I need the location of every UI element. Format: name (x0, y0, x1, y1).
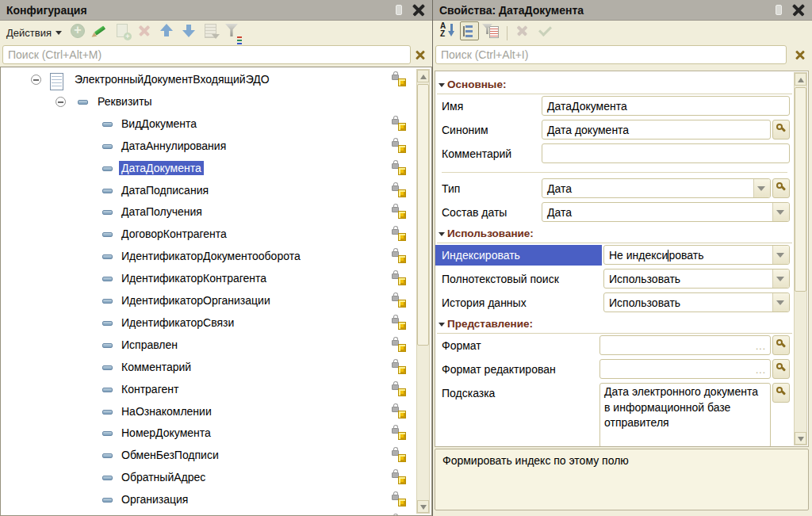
field-input-format[interactable]: ... (599, 335, 771, 355)
property-label-format[interactable]: Формат (442, 339, 597, 352)
magnifier-icon[interactable] (772, 335, 790, 355)
move-up-button[interactable] (157, 21, 176, 40)
tree-item[interactable] (1, 511, 415, 516)
scroll-down-icon[interactable] (417, 500, 429, 513)
scrollbar-thumb[interactable] (795, 87, 806, 292)
document-icon (50, 73, 63, 90)
magnifier-icon[interactable] (772, 120, 790, 140)
property-label-type[interactable]: Тип (442, 182, 540, 195)
field-input-indexing[interactable]: Не индексировать (603, 245, 790, 265)
field-input-comment[interactable] (542, 143, 790, 163)
tree-item[interactable]: НаОзнакомлении (1, 401, 415, 423)
delete-button[interactable] (135, 21, 154, 40)
dropdown-arrow-icon[interactable] (772, 203, 789, 221)
tree-item[interactable]: Исправлен (1, 334, 415, 357)
scroll-down-icon[interactable] (795, 432, 806, 445)
dash-icon (102, 299, 113, 304)
tree-item-label: Организация (121, 493, 188, 506)
filter-properties-button[interactable] (482, 21, 501, 40)
field-input-date-parts[interactable]: Дата (542, 202, 790, 222)
tree-item[interactable]: Контрагент (1, 379, 415, 401)
apply-edit-button[interactable] (535, 21, 554, 40)
dropdown-arrow-icon[interactable] (772, 293, 789, 312)
tree-item[interactable]: ДатаПодписания (1, 180, 415, 202)
collapse-icon[interactable] (56, 97, 66, 107)
clear-search-icon[interactable] (795, 49, 806, 60)
dropdown-arrow-icon[interactable] (772, 269, 789, 288)
edit-button[interactable] (90, 21, 109, 40)
pin-icon[interactable] (396, 5, 402, 15)
property-label-indexing[interactable]: Индексировать (435, 245, 602, 266)
close-icon[interactable] (791, 3, 806, 17)
dropdown-arrow-icon[interactable] (772, 246, 789, 264)
magnifier-icon[interactable] (772, 178, 790, 198)
field-input-data-history[interactable]: Использовать (603, 292, 790, 312)
tree-item[interactable]: ДатаАннулирования (1, 136, 415, 158)
tree-item[interactable]: ИдентификаторКонтрагента (1, 268, 415, 290)
tree-item[interactable]: ИдентификаторДокументооборота (1, 246, 415, 268)
property-label-fulltext-search[interactable]: Полнотекстовый поиск (442, 273, 600, 285)
section-header[interactable]: Основные: (437, 76, 792, 94)
field-value: Дата (547, 206, 572, 219)
field-input-synonym[interactable]: Дата документа (542, 120, 771, 140)
copy-button[interactable] (113, 21, 132, 40)
section-header[interactable]: Представление: (437, 315, 792, 334)
tree-item[interactable]: НомерДокумента (1, 422, 415, 445)
filter-button[interactable] (224, 21, 243, 40)
scroll-up-icon[interactable] (417, 70, 429, 82)
tree-item[interactable]: ИдентификаторОрганизации (1, 290, 415, 312)
section-collapse-icon (439, 83, 445, 87)
collapse-icon[interactable] (31, 75, 41, 85)
dropdown-arrow-icon[interactable] (753, 179, 770, 197)
properties-search-input[interactable] (435, 45, 787, 64)
tree-item[interactable]: Организация (1, 489, 415, 511)
sort-list-button[interactable] (201, 21, 220, 40)
property-label-name[interactable]: Имя (442, 100, 540, 113)
categories-view-button[interactable] (460, 21, 479, 40)
tree-item[interactable]: ИдентификаторСвязи (1, 312, 415, 334)
property-field-synonym: Дата документа (542, 120, 790, 140)
actions-menu-button[interactable]: Действия (6, 27, 62, 39)
magnifier-icon[interactable] (772, 359, 790, 379)
sort-alpha-button[interactable] (438, 21, 457, 40)
tree-item[interactable]: ДоговорКонтрагента (1, 224, 415, 246)
cancel-edit-button[interactable] (513, 21, 532, 40)
move-down-button[interactable] (179, 21, 198, 40)
tree-item[interactable]: Комментарий (1, 357, 415, 379)
close-icon[interactable] (412, 3, 426, 17)
scroll-up-icon[interactable] (795, 73, 806, 86)
scrollbar-thumb[interactable] (417, 84, 429, 346)
field-input-fulltext-search[interactable]: Использовать (603, 269, 790, 289)
field-input-type[interactable]: Дата (542, 178, 771, 198)
properties-scrollbar[interactable] (794, 72, 807, 445)
magnifier-icon[interactable] (772, 383, 790, 403)
tree-item-selected[interactable]: ДатаДокумента (1, 158, 415, 180)
tree-scrollbar[interactable] (416, 69, 430, 514)
tree-item[interactable]: ДатаПолучения (1, 201, 415, 224)
field-input-tooltip[interactable]: Дата электронного документа в информацио… (599, 383, 771, 447)
property-label-tooltip[interactable]: Подсказка (442, 387, 597, 399)
add-button[interactable] (68, 21, 87, 40)
pin-icon[interactable] (776, 5, 782, 15)
section-header[interactable]: Использование: (437, 225, 792, 243)
property-row-format: Формат... (435, 334, 793, 358)
configuration-toolbar: Действия (0, 21, 432, 44)
property-label-date-parts[interactable]: Состав даты (442, 206, 540, 219)
lock-and-object-badges (392, 159, 409, 178)
actions-menu-label: Действия (6, 27, 52, 39)
property-label-data-history[interactable]: История данных (442, 296, 600, 309)
property-label-comment[interactable]: Комментарий (442, 147, 540, 160)
tree-item[interactable]: Реквизиты (1, 91, 415, 113)
object-cube-icon (398, 388, 406, 396)
field-input-edit-format[interactable]: ... (599, 359, 771, 379)
property-label-edit-format[interactable]: Формат редактирован (442, 363, 597, 376)
property-label-synonym[interactable]: Синоним (442, 124, 540, 136)
tree-item[interactable]: ЭлектронныйДокументВходящийЭДО (1, 69, 415, 91)
field-input-name[interactable]: ДатаДокумента (542, 96, 790, 116)
tree-item[interactable]: ВидДокумента (1, 113, 415, 136)
properties-panel: Свойства: ДатаДокумента Основные:ИмяДата… (432, 0, 812, 516)
tree-item[interactable]: ОбменБезПодписи (1, 445, 415, 467)
configuration-search-input[interactable] (2, 45, 411, 64)
clear-search-icon[interactable] (415, 49, 426, 60)
tree-item[interactable]: ОбратныйАдрес (1, 467, 415, 489)
